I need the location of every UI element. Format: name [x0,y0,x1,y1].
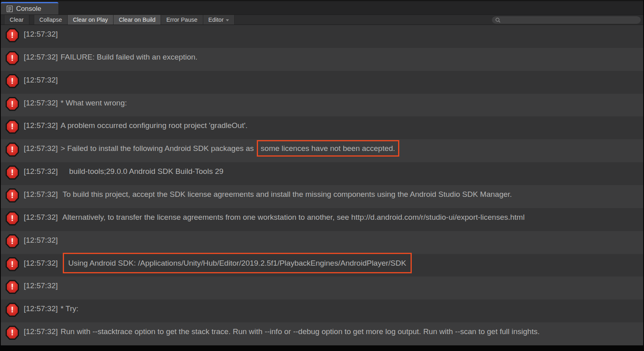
log-timestamp: [12:57:32] [24,304,58,313]
log-entry[interactable]: ![12:57:32] Alternatively, to transfer t… [1,208,643,231]
log-message: build-tools;29.0.0 Android SDK Build-Too… [61,167,224,176]
log-entry-text: [12:57:32]Using Android SDK: /Applicatio… [24,257,412,268]
log-entry[interactable]: ![12:57:32] To build this project, accep… [1,185,643,208]
console-window: Console ClearCollapseClear on PlayClear … [0,0,644,351]
error-icon: ! [6,51,19,65]
log-timestamp: [12:57:32] [24,144,58,153]
log-entry[interactable]: ![12:57:32]* What went wrong: [1,94,643,117]
log-entry[interactable]: ![12:57:32]A problem occurred configurin… [1,116,643,139]
log-message: A problem occurred configuring root proj… [61,121,248,130]
log-entry[interactable]: ![12:57:32]Using Android SDK: /Applicati… [1,254,643,277]
log-entry-text: [12:57:32]Run with --stacktrace option t… [24,325,540,337]
console-toolbar: ClearCollapseClear on PlayClear on Build… [1,14,643,25]
log-timestamp: [12:57:32] [24,76,58,84]
search-icon [495,17,501,23]
log-entry-text: [12:57:32] [24,74,61,85]
console-log[interactable]: ![12:57:32]![12:57:32]FAILURE: Build fai… [1,25,643,345]
log-timestamp: [12:57:32] [24,30,58,38]
toolbar-button-clear[interactable]: Clear [4,15,29,25]
error-icon: ! [6,303,19,317]
log-entry-text: [12:57:32] [24,279,61,291]
toolbar-button-collapse[interactable]: Collapse [34,15,68,25]
error-icon: ! [6,211,19,225]
toolbar-button-label: Error Pause [166,17,197,23]
log-entry-text: [12:57:32]FAILURE: Build failed with an … [24,51,198,62]
log-message: > Failed to install the following Androi… [61,144,256,153]
log-message: To build this project, accept the SDK li… [61,190,512,198]
log-entry-text: [12:57:32] [24,234,61,246]
log-entry-text: [12:57:32] To build this project, accept… [24,188,512,200]
log-entry-text: [12:57:32] [24,28,61,39]
toolbar-button-clear-on-play[interactable]: Clear on Play [68,15,114,25]
log-timestamp: [12:57:32] [24,99,58,107]
error-icon: ! [6,188,19,202]
console-icon [6,6,13,12]
error-icon: ! [6,326,19,340]
error-icon: ! [6,142,19,157]
search-field[interactable] [492,16,641,24]
error-icon: ! [6,165,19,180]
log-message: * Try: [61,304,78,313]
toolbar-button-label: Editor [208,17,224,23]
log-entry[interactable]: ![12:57:32] [1,71,643,94]
log-timestamp: [12:57:32] [24,53,58,61]
toolbar-button-label: Clear on Build [119,17,155,23]
log-timestamp: [12:57:32] [24,121,58,130]
log-entry[interactable]: ![12:57:32] [1,231,643,254]
error-icon: ! [6,234,19,248]
tab-console[interactable]: Console [1,2,58,14]
search-input[interactable] [501,17,638,23]
error-icon: ! [6,280,19,294]
log-entry-text: [12:57:32] Alternatively, to transfer th… [24,211,524,223]
log-entry[interactable]: ![12:57:32]> Failed to install the follo… [1,139,643,162]
toolbar-button-label: Clear on Play [73,17,108,23]
toolbar-button-clear-on-build[interactable]: Clear on Build [114,15,161,25]
toolbar-button-label: Collapse [39,17,62,23]
toolbar-buttons: ClearCollapseClear on PlayClear on Build… [4,15,235,25]
log-timestamp: [12:57:32] [24,167,58,176]
log-message: FAILURE: Build failed with an exception. [61,53,198,61]
log-entry-text: [12:57:32]* Try: [24,302,78,314]
log-timestamp: [12:57:32] [24,259,58,267]
console-panel: Console ClearCollapseClear on PlayClear … [1,0,643,345]
log-timestamp: [12:57:32] [24,213,58,221]
log-entry[interactable]: ![12:57:32]* Try: [1,299,643,322]
annotation-highlight-box: Using Android SDK: /Applications/Unity/H… [63,253,412,273]
tab-bar: Console [1,0,643,14]
log-entry[interactable]: ![12:57:32] build-tools;29.0.0 Android S… [1,162,643,185]
log-entry-text: [12:57:32]A problem occurred configuring… [24,119,248,131]
chevron-down-icon [226,19,229,21]
log-timestamp: [12:57:32] [24,281,58,290]
log-message: Run with --stacktrace option to get the … [61,327,540,336]
error-icon: ! [6,28,19,42]
log-timestamp: [12:57:32] [24,236,58,244]
log-entry[interactable]: ![12:57:32]FAILURE: Build failed with an… [1,48,643,71]
toolbar-button-editor[interactable]: Editor [203,15,235,25]
error-icon: ! [6,74,19,88]
log-entry-text: [12:57:32]> Failed to install the follow… [24,142,399,154]
search-area [492,15,643,25]
log-entry[interactable]: ![12:57:32] [1,25,643,48]
annotation-highlight-box: some licences have not been accepted. [257,140,399,157]
tab-title: Console [16,5,41,13]
log-entry[interactable]: ![12:57:32]Run with --stacktrace option … [1,322,643,345]
log-entry-text: [12:57:32]* What went wrong: [24,97,127,108]
error-icon: ! [6,120,19,134]
error-icon: ! [6,97,19,111]
log-message: * What went wrong: [61,99,127,107]
log-entry-text: [12:57:32] build-tools;29.0.0 Android SD… [24,165,223,177]
toolbar-button-error-pause[interactable]: Error Pause [161,15,203,25]
error-icon: ! [6,257,19,271]
log-timestamp: [12:57:32] [24,327,58,336]
log-entry[interactable]: ![12:57:32] [1,277,643,299]
log-message: Alternatively, to transfer the license a… [61,213,525,221]
toolbar-button-label: Clear [10,17,24,23]
log-timestamp: [12:57:32] [24,190,58,198]
